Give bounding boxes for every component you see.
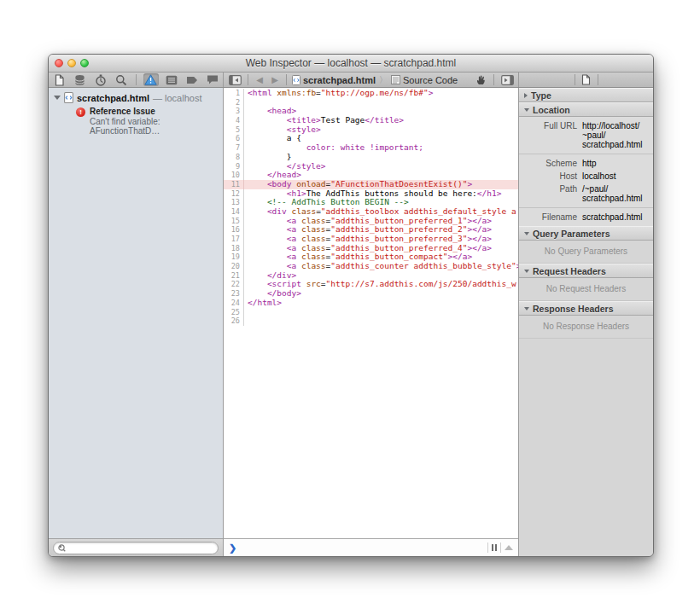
line-number[interactable]: 15 <box>224 217 244 226</box>
line-number[interactable]: 13 <box>224 198 244 207</box>
line-number[interactable]: 6 <box>224 134 244 143</box>
disclosure-triangle-icon[interactable] <box>524 108 529 112</box>
code-line[interactable]: 4 <title>Test Page</title> <box>224 116 518 125</box>
detail-label: Filename <box>519 212 577 222</box>
code-line[interactable]: 8 } <box>224 153 518 162</box>
sidebar-bottom-bar <box>49 538 223 556</box>
issues-icon[interactable] <box>143 73 159 86</box>
line-number[interactable]: 26 <box>224 316 244 326</box>
section-header-query-parameters[interactable]: Query Parameters <box>519 226 653 241</box>
disclosure-triangle-icon[interactable] <box>524 270 529 273</box>
console-prompt-icon: ❯ <box>229 542 236 554</box>
expand-console-icon[interactable] <box>505 545 513 550</box>
line-number[interactable]: 23 <box>224 289 244 299</box>
line-number[interactable]: 2 <box>224 98 244 107</box>
detail-value: http <box>582 159 597 168</box>
code-line[interactable]: 24</html> <box>224 299 518 308</box>
breadcrumb-item-file[interactable]: scratchpad.html <box>303 75 376 85</box>
resource-host: — localhost <box>153 93 201 103</box>
code-line[interactable]: 16 <a class="addthis_button_preferred_2"… <box>224 225 518 235</box>
code-line[interactable]: 20 <a class="addthis_counter addthis_bub… <box>224 262 518 271</box>
code-navbar: ◀ ▶ scratchpad.html 〉 Source Code <box>224 73 519 87</box>
console-icon[interactable] <box>205 73 220 86</box>
code-line[interactable]: 14 <div class="addthis_toolbox addthis_d… <box>224 207 518 217</box>
line-number[interactable]: 4 <box>224 116 244 125</box>
title-bar[interactable]: Web Inspector — localhost — scratchpad.h… <box>49 55 653 73</box>
code-line[interactable]: 5 <style> <box>224 125 518 135</box>
filter-field[interactable] <box>53 542 219 554</box>
disclosure-triangle-icon[interactable] <box>524 232 529 235</box>
section-header-location[interactable]: Location <box>519 102 653 117</box>
line-number[interactable]: 10 <box>224 171 244 180</box>
code-line[interactable]: 21 </div> <box>224 271 518 281</box>
disclosure-triangle-icon[interactable] <box>54 96 61 100</box>
code-line[interactable]: 13 <!-- AddThis Button BEGIN --> <box>224 198 518 207</box>
log-icon[interactable] <box>164 73 179 86</box>
line-number[interactable]: 21 <box>224 271 244 281</box>
line-number[interactable]: 16 <box>224 225 244 235</box>
line-number[interactable]: 17 <box>224 235 244 244</box>
line-number[interactable]: 12 <box>224 189 244 199</box>
location-section-body: Full URL http://localhost/ ~paul/ scratc… <box>519 117 653 226</box>
line-number[interactable]: 14 <box>224 207 244 217</box>
toggle-left-sidebar-icon[interactable] <box>227 73 242 86</box>
section-header-request-headers[interactable]: Request Headers <box>519 264 653 278</box>
code-line[interactable]: 3 <head> <box>224 107 518 116</box>
timelines-icon[interactable] <box>93 73 108 86</box>
error-badge-icon: ! <box>76 107 85 117</box>
section-header-response-headers[interactable]: Response Headers <box>519 301 653 316</box>
line-number[interactable]: 1 <box>224 89 244 98</box>
section-title: Response Headers <box>533 304 614 314</box>
sidebar-item-resource[interactable]: scratchpad.html — localhost <box>49 90 223 105</box>
code-line[interactable]: 7 color: white !important; <box>224 143 518 153</box>
issue-title: Reference Issue <box>90 107 155 116</box>
search-icon[interactable] <box>114 73 129 86</box>
line-number[interactable]: 20 <box>224 262 244 271</box>
code-line[interactable]: 23 </body> <box>224 289 518 299</box>
code-line[interactable]: 26 <box>224 316 518 326</box>
code-line[interactable]: 18 <a class="addthis_button_preferred_4"… <box>224 244 518 253</box>
pause-icon[interactable] <box>492 544 497 551</box>
code-line[interactable]: 19 <a class="addthis_button_compact"></a… <box>224 252 518 262</box>
resources-icon[interactable] <box>52 73 67 86</box>
code-line[interactable]: 12 <h1>The AddThis buttons should be her… <box>224 189 518 199</box>
line-number[interactable]: 18 <box>224 244 244 253</box>
line-number[interactable]: 3 <box>224 107 244 116</box>
code-line[interactable]: 17 <a class="addthis_button_preferred_3"… <box>224 235 518 244</box>
line-number[interactable]: 8 <box>224 153 244 162</box>
line-number[interactable]: 11 <box>224 180 244 189</box>
code-line[interactable]: 25 <box>224 308 518 317</box>
detail-label: Host <box>519 171 577 181</box>
code-line[interactable]: 1<html xmlns:fb="http://ogp.me/ns/fb#"> <box>224 89 518 98</box>
sidebar-item-issue[interactable]: ! Reference Issue Can't find variable: A… <box>49 105 223 138</box>
disclosure-triangle-icon[interactable] <box>524 93 528 98</box>
filter-input[interactable] <box>68 543 213 553</box>
line-number[interactable]: 24 <box>224 299 244 308</box>
section-header-type[interactable]: Type <box>519 88 653 102</box>
code-line[interactable]: 22 <script src="http://s7.addthis.com/js… <box>224 280 518 289</box>
line-number[interactable]: 9 <box>224 162 244 171</box>
line-number[interactable]: 25 <box>224 308 244 317</box>
back-button[interactable]: ◀ <box>254 75 265 84</box>
code-line[interactable]: 9 </style> <box>224 162 518 171</box>
sidebar-toolbar <box>49 73 224 87</box>
line-number[interactable]: 19 <box>224 252 244 262</box>
code-line[interactable]: 10 </head> <box>224 171 518 180</box>
code-line[interactable]: 11 <body onload="AFunctionThatDoesntExis… <box>224 180 518 189</box>
disclosure-triangle-icon[interactable] <box>524 307 529 310</box>
quick-console-bar[interactable]: ❯ <box>224 538 518 556</box>
breakpoints-icon[interactable] <box>184 73 200 86</box>
toggle-right-sidebar-icon[interactable] <box>499 73 515 86</box>
inspect-hand-icon[interactable] <box>473 73 488 86</box>
line-number[interactable]: 22 <box>224 280 244 289</box>
code-line[interactable]: 15 <a class="addthis_button_preferred_1"… <box>224 217 518 226</box>
storage-icon[interactable] <box>73 73 88 86</box>
resource-details-icon[interactable] <box>579 73 594 86</box>
breadcrumb-item-view[interactable]: Source Code <box>403 75 458 85</box>
line-number[interactable]: 7 <box>224 143 244 153</box>
code-line[interactable]: 2 <box>224 98 518 107</box>
forward-button[interactable]: ▶ <box>269 75 281 84</box>
line-number[interactable]: 5 <box>224 125 244 135</box>
section-title: Request Headers <box>533 266 606 276</box>
code-line[interactable]: 6 a { <box>224 134 518 143</box>
